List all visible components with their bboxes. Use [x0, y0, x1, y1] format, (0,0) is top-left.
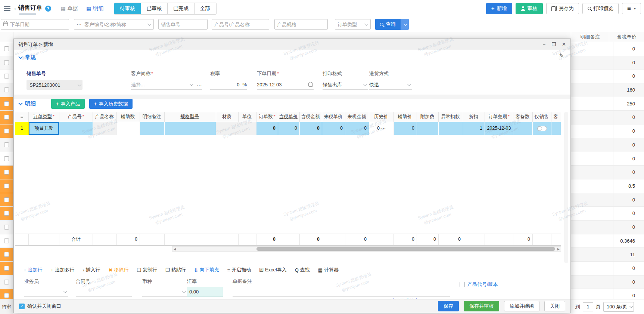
- save-button[interactable]: 保存: [438, 301, 459, 311]
- grid-cell[interactable]: [533, 122, 551, 135]
- minimize-icon[interactable]: −: [543, 42, 546, 47]
- table-row[interactable]: 0: [571, 207, 644, 221]
- row-checkbox[interactable]: [4, 184, 9, 188]
- table-row[interactable]: [0, 111, 13, 124]
- grid-cell[interactable]: 1: [463, 122, 485, 135]
- column-header[interactable]: 异常扣款: [439, 112, 463, 122]
- help-icon[interactable]: ?: [45, 6, 51, 12]
- row-checkbox[interactable]: [4, 252, 9, 257]
- order-date-filter[interactable]: [1, 19, 69, 30]
- table-row[interactable]: 0: [571, 221, 644, 234]
- search-button[interactable]: 查询: [375, 19, 409, 30]
- modal-header[interactable]: 销售订单 > 新增 − ❐ ✕: [14, 39, 570, 50]
- customer-input[interactable]: [82, 22, 147, 27]
- checkbox-checked-icon[interactable]: ✓: [19, 304, 25, 309]
- table-row[interactable]: 0: [571, 70, 644, 83]
- import-product-button[interactable]: + 导入产品: [51, 99, 85, 109]
- search-dropdown-arrow[interactable]: [401, 19, 409, 30]
- grid-toolbar-button[interactable]: Q查找: [295, 267, 310, 273]
- chevron-down-icon[interactable]: [364, 22, 368, 26]
- row-number-cell[interactable]: 1: [15, 122, 29, 135]
- row-checkbox[interactable]: [4, 46, 9, 51]
- row-checkbox[interactable]: [4, 197, 9, 202]
- grid-toolbar-button[interactable]: ≡开启拖动: [227, 267, 251, 273]
- grid-cell[interactable]: [165, 122, 216, 135]
- row-checkbox[interactable]: [4, 293, 9, 298]
- sales-no-input[interactable]: [159, 22, 207, 27]
- grid-cell[interactable]: 0: [278, 122, 300, 135]
- delivery-method-select[interactable]: 快递: [369, 80, 412, 90]
- scroll-right-icon[interactable]: ▶: [557, 247, 560, 251]
- column-header[interactable]: 明细备注: [140, 112, 165, 122]
- column-header[interactable]: 产品名称: [93, 112, 117, 122]
- scroll-left-icon[interactable]: ◀: [174, 247, 176, 251]
- chevron-down-icon[interactable]: [147, 22, 151, 26]
- table-row[interactable]: 11: [571, 248, 644, 262]
- column-header[interactable]: 订单数*: [256, 112, 278, 122]
- section-general[interactable]: 常规: [19, 54, 36, 61]
- column-header[interactable]: 单位: [239, 112, 256, 122]
- grid-cell[interactable]: [417, 122, 439, 135]
- grid-toolbar-button[interactable]: ❏复制行: [137, 267, 157, 273]
- table-row[interactable]: 0: [571, 138, 644, 152]
- close-icon[interactable]: ✕: [562, 42, 566, 47]
- sales-no-value[interactable]: SP251203001: [27, 80, 83, 90]
- grid-cell[interactable]: 0: [322, 122, 345, 135]
- table-row[interactable]: [0, 56, 13, 70]
- audit-button[interactable]: 审核: [516, 3, 543, 14]
- table-row[interactable]: 0: [571, 275, 644, 289]
- column-header[interactable]: 辅助价: [394, 112, 417, 122]
- spec-filter[interactable]: [274, 19, 328, 30]
- edit-layout-icon[interactable]: ✎: [559, 52, 564, 59]
- row-checkbox[interactable]: [4, 74, 9, 78]
- column-header[interactable]: 订单交期*: [485, 112, 513, 122]
- vertical-scrollbar[interactable]: [564, 112, 568, 263]
- row-checkbox[interactable]: [4, 238, 9, 243]
- price-column-header[interactable]: 含税单价: [609, 32, 644, 42]
- grid-cell[interactable]: 2025-12-03: [485, 122, 513, 135]
- table-row[interactable]: 0: [571, 262, 644, 275]
- table-row[interactable]: [0, 97, 13, 111]
- exchange-rate-input[interactable]: 0.00: [187, 287, 223, 297]
- grid-cell[interactable]: [117, 122, 140, 135]
- grid-cell[interactable]: 0: [345, 122, 369, 135]
- status-tab[interactable]: 待审核: [114, 3, 141, 14]
- close-button[interactable]: 关闭: [544, 301, 565, 311]
- column-header[interactable]: 客: [551, 112, 561, 122]
- print-preview-button[interactable]: 打印预览: [582, 3, 619, 14]
- salesman-select[interactable]: [24, 287, 68, 297]
- table-row[interactable]: 0: [571, 166, 644, 179]
- table-row[interactable]: 160: [571, 83, 644, 97]
- table-row[interactable]: [0, 234, 13, 248]
- row-checkbox[interactable]: [4, 101, 9, 106]
- grid-cell[interactable]: 项目开发: [29, 122, 59, 135]
- table-row[interactable]: [0, 248, 13, 262]
- page-number-input[interactable]: [583, 302, 593, 311]
- column-header[interactable]: 历史价: [369, 112, 394, 122]
- column-header[interactable]: 未税单价: [322, 112, 345, 122]
- table-row[interactable]: [0, 179, 13, 193]
- contract-input[interactable]: [76, 287, 132, 297]
- add-and-continue-button[interactable]: 添加并继续: [504, 301, 539, 311]
- column-header[interactable]: 辅助数: [117, 112, 140, 122]
- order-date-input[interactable]: [8, 22, 69, 27]
- row-checkbox[interactable]: [4, 142, 9, 147]
- grid-cell[interactable]: [551, 122, 561, 135]
- grid-cell[interactable]: [513, 122, 533, 135]
- grid-cell[interactable]: [140, 122, 165, 135]
- save-as-button[interactable]: 另存为: [546, 3, 579, 14]
- section-detail[interactable]: 明细: [19, 100, 36, 107]
- import-history-button[interactable]: + 导入历史数据: [89, 99, 133, 109]
- column-header[interactable]: 客备数: [513, 112, 533, 122]
- grid-toolbar-button[interactable]: +追加多行: [51, 267, 75, 273]
- column-header[interactable]: 未税金额: [345, 112, 369, 122]
- table-row[interactable]: [0, 207, 13, 221]
- grid-cell[interactable]: 0: [300, 122, 322, 135]
- table-row[interactable]: [0, 70, 13, 83]
- view-bill-link[interactable]: ▦ 单据: [61, 5, 78, 12]
- row-checkbox[interactable]: [4, 211, 9, 216]
- order-type-input[interactable]: [335, 22, 364, 27]
- grid-cell[interactable]: [59, 122, 93, 135]
- table-row[interactable]: [0, 138, 13, 152]
- row-checkbox[interactable]: [4, 225, 9, 230]
